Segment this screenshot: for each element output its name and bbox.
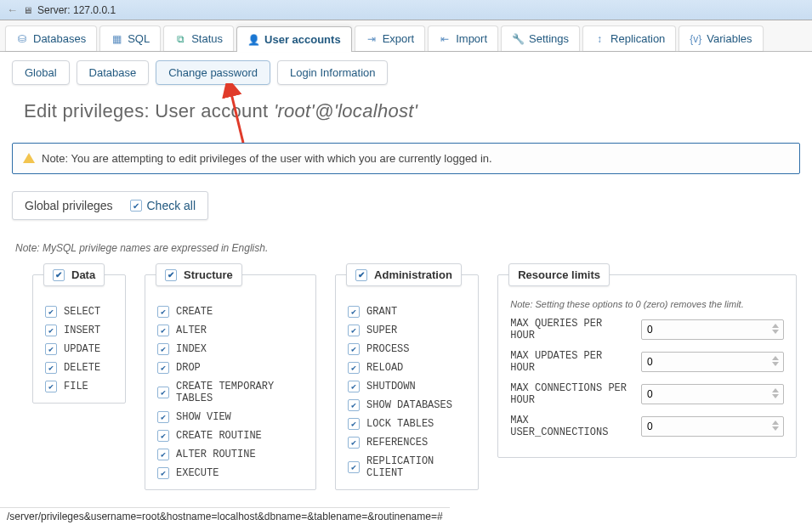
privilege-item[interactable]: PROCESS [348,343,466,355]
privilege-item[interactable]: LOCK TABLES [348,418,466,430]
tab-export[interactable]: ⇥Export [355,25,426,51]
privilege-checkbox[interactable] [157,430,169,442]
privilege-item[interactable]: SUPER [348,325,466,336]
spinner-down-icon[interactable] [772,426,779,431]
privilege-item[interactable]: UPDATE [45,343,113,355]
privilege-item[interactable]: CREATE [157,306,304,318]
spinner-control[interactable] [769,385,782,402]
tab-label: User accounts [264,33,341,46]
privilege-checkbox[interactable] [157,449,169,460]
privilege-checkbox[interactable] [157,306,169,318]
page-title-prefix: Edit privileges: User account [24,100,274,121]
check-all-toggle[interactable]: Check all [130,199,196,212]
tab-variables[interactable]: {v}Variables [679,25,763,51]
subtab-global[interactable]: Global [12,60,70,85]
resource-limit-input[interactable] [641,384,784,404]
privilege-item[interactable]: SHUTDOWN [348,381,466,392]
back-arrow-icon[interactable]: ← [7,3,18,16]
privilege-checkbox[interactable] [348,306,360,318]
spinner-down-icon[interactable] [772,330,779,334]
privilege-label: UPDATE [64,343,100,355]
spinner-control[interactable] [769,320,782,337]
privilege-checkbox[interactable] [348,362,360,374]
spinner-up-icon[interactable] [772,388,779,392]
privilege-checkbox[interactable] [157,362,169,374]
resource-limit-label: MAX USER_CONNECTIONS [510,415,633,438]
privilege-item[interactable]: REPLICATION CLIENT [348,455,466,479]
privilege-checkbox[interactable] [45,381,57,392]
privilege-checkbox[interactable] [348,343,360,355]
privilege-item[interactable]: SHOW DATABASES [348,399,466,411]
privilege-item[interactable]: EXECUTE [157,467,304,479]
spinner-down-icon[interactable] [772,394,779,398]
warning-icon [23,153,35,163]
legend-structure[interactable]: Structure [156,263,242,286]
privilege-item[interactable]: CREATE TEMPORARY TABLES [157,381,304,404]
tab-label: Settings [529,32,569,45]
privilege-checkbox[interactable] [45,325,57,336]
privilege-item[interactable]: RELOAD [348,362,466,374]
tab-databases[interactable]: ⛁Databases [5,25,97,51]
privilege-item[interactable]: CREATE ROUTINE [157,430,304,442]
privilege-checkbox[interactable] [157,467,169,479]
tab-settings[interactable]: 🔧Settings [501,25,580,51]
resource-limit-input[interactable] [641,319,784,340]
group-checkbox-data[interactable] [53,269,65,281]
privilege-item[interactable]: GRANT [348,306,466,318]
privilege-checkbox[interactable] [348,461,360,473]
privilege-item[interactable]: FILE [45,381,113,392]
privilege-label: SHOW VIEW [176,411,231,423]
tab-label: Replication [610,32,665,45]
privilege-item[interactable]: ALTER ROUTINE [157,449,304,460]
privilege-item[interactable]: INSERT [45,325,113,336]
legend-administration[interactable]: Administration [346,263,462,286]
tab-status[interactable]: ⧉Status [163,25,234,51]
group-checkbox-administration[interactable] [355,269,367,281]
notice-text: Note: You are attempting to edit privile… [42,152,492,165]
legend-data[interactable]: Data [43,263,105,286]
tab-replication[interactable]: ↕Replication [582,25,676,51]
subtab-login-info[interactable]: Login Information [277,60,388,85]
tab-user-accounts[interactable]: 👤User accounts [236,26,352,52]
spinner-down-icon[interactable] [772,362,779,366]
tab-import[interactable]: ⇤Import [428,25,498,51]
privilege-item[interactable]: SHOW VIEW [157,411,304,423]
spinner-control[interactable] [769,353,782,370]
subtab-change-password[interactable]: Change password [156,60,270,85]
privilege-checkbox[interactable] [45,362,57,374]
privilege-checkbox[interactable] [45,343,57,355]
privilege-checkbox[interactable] [157,411,169,423]
privilege-checkbox[interactable] [348,399,360,411]
privilege-label: CREATE [176,306,213,318]
privilege-checkbox[interactable] [348,437,360,449]
spinner-up-icon[interactable] [772,356,779,360]
resource-limit-input[interactable] [641,416,784,437]
server-icon: 🖥 [23,5,32,15]
tab-sql[interactable]: ▦SQL [99,25,161,51]
privilege-item[interactable]: DELETE [45,362,113,374]
resource-limit-input[interactable] [641,352,784,372]
privilege-checkbox[interactable] [348,381,360,392]
privilege-item[interactable]: SELECT [45,306,113,318]
status-bar: /server/privileges&username=root&hostnam… [0,507,450,525]
spinner-control[interactable] [769,417,782,434]
spinner-up-icon[interactable] [772,324,779,328]
group-label-administration: Administration [374,268,452,281]
privilege-label: EXECUTE [176,467,219,479]
privilege-item[interactable]: REFERENCES [348,437,466,449]
group-checkbox-structure[interactable] [165,269,177,281]
privilege-checkbox[interactable] [157,387,169,398]
privilege-checkbox[interactable] [157,343,169,355]
privilege-item[interactable]: ALTER [157,325,304,336]
privilege-checkbox[interactable] [157,325,169,336]
spinner-up-icon[interactable] [772,421,779,425]
privilege-item[interactable]: INDEX [157,343,304,355]
check-all-checkbox[interactable] [130,200,142,212]
privilege-checkbox[interactable] [348,325,360,336]
privilege-label: SELECT [64,306,100,318]
privilege-item[interactable]: DROP [157,362,304,374]
notice-banner: Note: You are attempting to edit privile… [12,143,800,174]
subtab-database[interactable]: Database [77,60,150,85]
privilege-checkbox[interactable] [348,418,360,430]
privilege-checkbox[interactable] [45,306,57,318]
